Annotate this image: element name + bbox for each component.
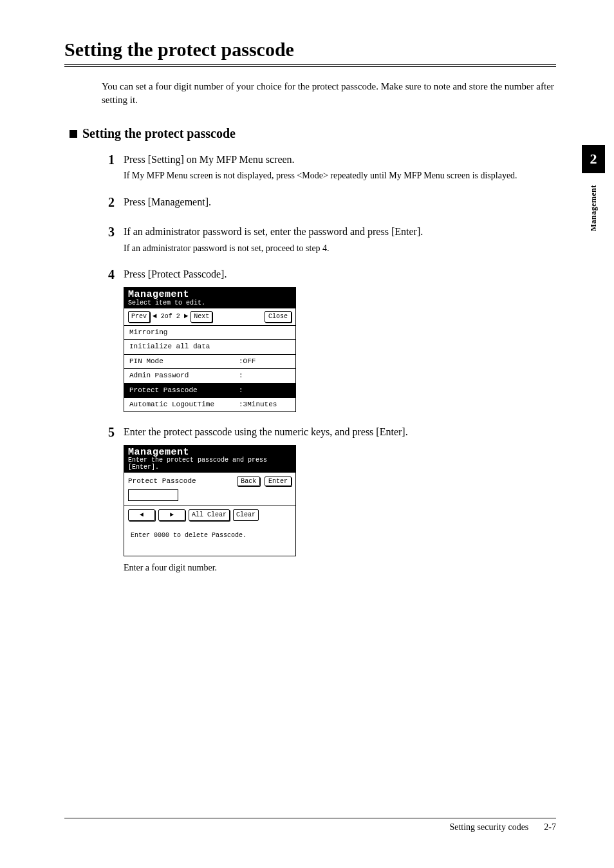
subsection-title: Setting the protect passcode — [82, 126, 236, 141]
prev-button[interactable]: Prev — [128, 311, 150, 323]
back-button[interactable]: Back — [237, 476, 260, 486]
step-sub-text: If an administrator password is not set,… — [124, 242, 556, 255]
lcd-title: Management — [128, 290, 292, 300]
step-sub-text: If My MFP Menu screen is not displayed, … — [124, 169, 556, 182]
nav-left-icon: ◄ — [153, 312, 157, 321]
menu-item-mirroring[interactable]: Mirroring — [124, 326, 295, 340]
step-main-text: Press [Management]. — [124, 195, 556, 209]
menu-value: :3Minutes — [239, 400, 290, 410]
close-button[interactable]: Close — [265, 311, 292, 323]
chapter-number: 2 — [582, 145, 605, 173]
step-main-text: Press [Setting] on My MFP Menu screen. — [124, 153, 556, 167]
menu-label: Admin Password — [129, 371, 239, 381]
step-1: 1 Press [Setting] on My MFP Menu screen.… — [102, 153, 556, 182]
menu-value: : — [239, 386, 290, 395]
step-main-text: Press [Protect Passcode]. — [124, 267, 556, 281]
cursor-right-button[interactable]: ► — [158, 509, 185, 521]
passcode-label: Protect Passcode — [128, 476, 196, 486]
lcd-subtitle: Enter the protect passcode and press [En… — [128, 457, 292, 471]
menu-label: Protect Passcode — [129, 386, 239, 395]
cursor-left-button[interactable]: ◄ — [128, 509, 155, 521]
menu-label: Automatic LogoutTime — [129, 400, 239, 410]
menu-label: Initialize all data — [129, 342, 239, 352]
step-4: 4 Press [Protect Passcode]. Management S… — [102, 267, 556, 412]
footer-page-number: 2-7 — [544, 822, 556, 833]
passcode-hint: Enter 0000 to delete Passcode. — [124, 525, 295, 556]
enter-button[interactable]: Enter — [265, 476, 292, 486]
page-title: Setting the protect passcode — [64, 39, 556, 67]
footer-section: Setting security codes — [449, 822, 528, 833]
menu-value: :OFF — [239, 357, 290, 366]
nav-right-icon: ► — [184, 312, 189, 321]
step-number: 5 — [102, 425, 115, 574]
lcd-title: Management — [128, 448, 292, 458]
menu-label: Mirroring — [129, 328, 239, 337]
menu-value — [239, 328, 290, 337]
lcd-subtitle: Select item to edit. — [128, 300, 292, 307]
menu-item-initialize[interactable]: Initialize all data — [124, 340, 295, 354]
step-main-text: Enter the protect passcode using the num… — [124, 425, 556, 439]
step-number: 4 — [102, 267, 115, 412]
intro-text: You can set a four digit number of your … — [102, 80, 556, 107]
clear-button[interactable]: Clear — [233, 509, 259, 521]
step-after-note: Enter a four digit number. — [124, 561, 556, 574]
step-number: 2 — [102, 195, 115, 212]
menu-item-protect-passcode[interactable]: Protect Passcode : — [124, 384, 295, 398]
chapter-label: Management — [589, 185, 599, 231]
step-5: 5 Enter the protect passcode using the n… — [102, 425, 556, 574]
step-number: 3 — [102, 225, 115, 254]
bullet-icon — [70, 130, 77, 138]
chapter-tab: 2 Management — [582, 145, 605, 231]
menu-value — [239, 342, 290, 352]
menu-label: PIN Mode — [129, 357, 239, 366]
page-indicator: 2of 2 — [160, 312, 181, 321]
next-button[interactable]: Next — [191, 311, 212, 323]
lcd-passcode-entry: Management Enter the protect passcode an… — [124, 445, 296, 556]
lcd-management-list: Management Select item to edit. Prev ◄ 2… — [124, 287, 296, 413]
passcode-input[interactable] — [128, 489, 178, 501]
step-2: 2 Press [Management]. — [102, 195, 556, 212]
menu-item-pin-mode[interactable]: PIN Mode :OFF — [124, 355, 295, 369]
step-main-text: If an administrator password is set, ent… — [124, 225, 556, 239]
subsection-header: Setting the protect passcode — [70, 126, 556, 141]
page-footer: Setting security codes 2-7 — [64, 818, 556, 833]
menu-item-auto-logout[interactable]: Automatic LogoutTime :3Minutes — [124, 398, 295, 411]
menu-value: : — [239, 371, 290, 381]
all-clear-button[interactable]: All Clear — [189, 509, 230, 521]
menu-item-admin-password[interactable]: Admin Password : — [124, 369, 295, 383]
step-3: 3 If an administrator password is set, e… — [102, 225, 556, 254]
step-number: 1 — [102, 153, 115, 182]
